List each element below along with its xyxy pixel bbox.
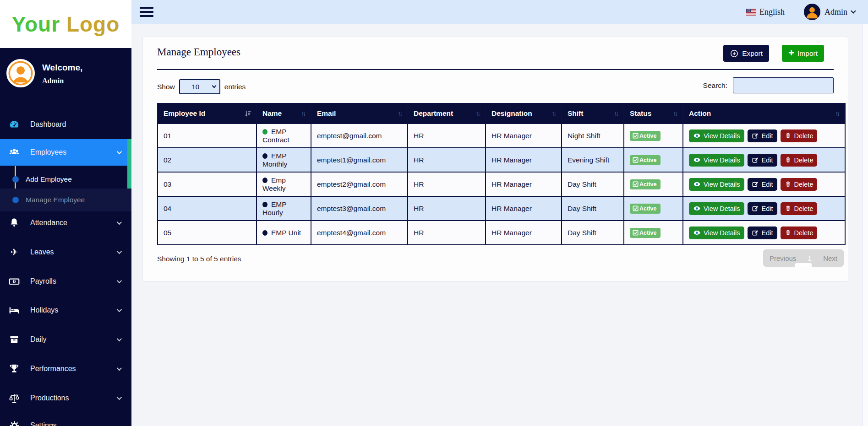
sort-icon: ↑↓ [835,110,841,117]
sort-icon: ↑↓ [673,110,678,117]
sidebar-item-leaves[interactable]: ✈ Leaves [0,237,131,267]
plus-icon: + [788,48,794,58]
sidebar-item-settings[interactable]: Settings [0,411,131,426]
archive-box-icon [8,334,20,345]
page-size-select[interactable]: 10 [179,79,220,94]
edit-button[interactable]: Edit [748,226,777,239]
cell-status: Active [624,172,683,196]
column-header-status[interactable]: Status↑↓ [624,103,683,124]
welcome-username: Admin [42,77,82,85]
export-button[interactable]: Export [723,45,769,62]
cell-action: View Details Edit Delete [683,172,845,196]
table-row: 04 EMP Hourly emptest3@gmail.com HR HR M… [158,196,845,221]
cell-action: View Details Edit Delete [683,196,845,221]
view-details-button[interactable]: View Details [689,202,744,215]
edit-button[interactable]: Edit [748,178,777,191]
manage-employees-card: Manage Employees Export + Import Show 10… [142,37,848,282]
sidebar-item-add-employee[interactable]: Add Employee [0,168,131,191]
gauge-icon [8,119,20,130]
trophy-icon [8,363,20,375]
search-input[interactable] [733,77,834,93]
column-header-department[interactable]: Department↑↓ [408,103,486,124]
column-header-designation[interactable]: Designation↑↓ [486,103,562,124]
sort-amount-icon [244,110,251,118]
employees-table: Employee Id Name↑↓ Email↑↓ Department↑↓ … [157,103,846,245]
cell-department: HR [408,221,486,245]
eye-icon [693,132,701,140]
avatar [804,4,820,20]
sort-icon: ↑↓ [301,110,306,117]
edit-button[interactable]: Edit [748,154,777,167]
chevron-down-icon [117,395,122,400]
sidebar-item-label: Dashboard [30,120,66,129]
eye-icon [693,156,701,164]
delete-button[interactable]: Delete [781,178,818,191]
edit-button[interactable]: Edit [748,129,777,142]
sidebar-item-employees[interactable]: Employees [0,139,131,166]
cell-name: EMP Contract [257,124,311,148]
column-header-employee-id[interactable]: Employee Id [158,103,257,124]
column-header-action[interactable]: Action↑↓ [683,103,845,124]
sidebar-item-attendance[interactable]: Attendance [0,208,131,237]
sidebar-item-performances[interactable]: Performances [0,354,131,383]
delete-button[interactable]: Delete [781,202,818,215]
download-circle-icon [730,49,739,58]
cell-action: View Details Edit Delete [683,124,845,148]
topbar: English Admin [131,0,868,24]
cell-department: HR [408,124,486,148]
eye-icon [693,229,701,237]
view-details-button[interactable]: View Details [689,154,744,167]
bell-icon [8,217,20,229]
pagination-page-1[interactable]: 1 [808,254,812,262]
edit-pencil-icon [752,205,759,212]
plane-icon: ✈ [8,246,20,258]
sidebar-item-payrolls[interactable]: Payrolls [0,267,131,296]
app-logo[interactable]: Your Logo [0,0,131,48]
divider [157,69,834,70]
submenu-bullet-icon [12,197,19,203]
employee-status-dot-icon [262,230,267,236]
column-header-email[interactable]: Email↑↓ [311,103,408,124]
edit-pencil-icon [752,229,759,237]
import-button[interactable]: + Import [782,45,824,62]
check-square-icon [633,205,639,211]
column-header-name[interactable]: Name↑↓ [257,103,311,124]
scrollbar[interactable] [862,24,868,426]
chevron-down-icon [117,249,122,254]
sidebar-item-productions[interactable]: Productions [0,383,131,413]
delete-button[interactable]: Delete [781,129,818,142]
pagination-previous[interactable]: Previous [770,254,796,262]
view-details-button[interactable]: View Details [689,178,744,191]
view-details-button[interactable]: View Details [689,226,744,239]
welcome-text: Welcome, [42,63,82,73]
status-badge: Active [630,179,661,189]
cell-employee-id: 01 [158,124,257,148]
delete-button[interactable]: Delete [781,154,818,167]
submenu-bullet-icon [12,176,19,183]
edit-pencil-icon [752,156,759,164]
edit-button[interactable]: Edit [748,202,777,215]
gear-icon [8,420,20,426]
pagination-next[interactable]: Next [823,254,837,262]
column-header-shift[interactable]: Shift↑↓ [562,103,624,124]
submenu-item-label: Manage Employee [26,196,85,204]
sidebar-item-holidays[interactable]: Holidays [0,296,131,325]
user-menu[interactable]: Admin [804,4,855,20]
cell-name: EMP Monthly [257,148,311,172]
delete-button[interactable]: Delete [781,226,818,239]
sidebar-item-label: Settings [30,421,57,426]
cell-department: HR [408,148,486,172]
sidebar-item-daily[interactable]: Daily [0,325,131,354]
hamburger-menu-icon[interactable] [140,5,153,19]
cell-designation: HR Manager [486,196,562,221]
view-details-button[interactable]: View Details [689,129,744,142]
logo-text-your: Your [12,12,66,37]
language-selector[interactable]: English [746,7,785,17]
sidebar-item-label: Attendance [30,219,67,227]
sidebar-item-dashboard[interactable]: Dashboard [0,110,131,139]
eye-icon [693,180,701,188]
cell-shift: Night Shift [562,124,624,148]
table-row: 03 Emp Weekly emptest2@gmail.com HR HR M… [158,172,845,196]
cell-email: emptest4@gmail.com [311,221,408,245]
cell-name: EMP Hourly [257,196,311,221]
